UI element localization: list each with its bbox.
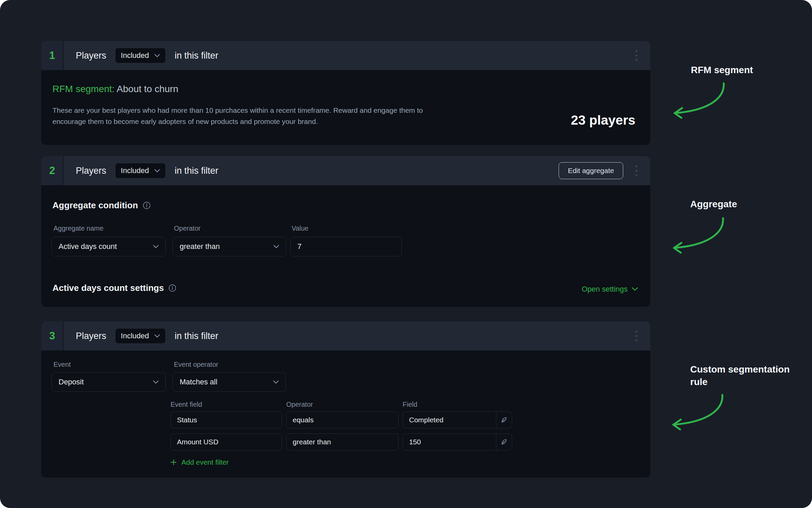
kebab-menu-icon[interactable] bbox=[633, 329, 640, 343]
annotation-custom-rule: Custom segmentation rule bbox=[690, 363, 792, 388]
curved-arrow-icon bbox=[667, 392, 725, 431]
filter-card-2-header: 2 Players Included in this filter Edit a… bbox=[41, 156, 650, 185]
edit-pen-icon[interactable] bbox=[496, 434, 512, 450]
included-dropdown[interactable]: Included bbox=[115, 163, 166, 178]
chevron-down-icon bbox=[154, 334, 160, 338]
edit-pen-icon[interactable] bbox=[496, 412, 512, 428]
event-value: Deposit bbox=[59, 378, 84, 386]
curved-arrow-icon bbox=[668, 215, 726, 254]
event-field-input[interactable]: Status bbox=[171, 411, 282, 428]
filter-number-badge: 3 bbox=[41, 321, 64, 351]
add-event-filter-button[interactable]: Add event filter bbox=[171, 458, 229, 466]
event-field-value: Status bbox=[177, 416, 197, 424]
field-column-label: Field bbox=[403, 401, 417, 408]
filter-card-2: 2 Players Included in this filter Edit a… bbox=[41, 156, 650, 307]
included-dropdown-value: Included bbox=[121, 166, 149, 175]
aggregate-name-value: Active days count bbox=[59, 242, 117, 251]
rfm-segment-value: About to churn bbox=[117, 84, 178, 94]
aggregate-condition-title-text: Aggregate condition bbox=[52, 200, 138, 211]
included-dropdown-value: Included bbox=[121, 51, 149, 60]
filter-number-badge: 1 bbox=[41, 41, 64, 70]
row-field-input[interactable]: 150 bbox=[403, 433, 512, 450]
operator-column-label: Operator bbox=[286, 401, 313, 408]
filter-card-1-header: 1 Players Included in this filter bbox=[41, 41, 650, 70]
players-label: Players bbox=[76, 166, 106, 176]
value-input-text: 7 bbox=[297, 242, 301, 251]
kebab-menu-icon[interactable] bbox=[633, 48, 640, 63]
players-label: Players bbox=[76, 50, 106, 61]
settings-title: Active days count settings bbox=[52, 283, 176, 293]
filter-number-badge: 2 bbox=[41, 156, 64, 185]
row-operator-value: equals bbox=[293, 416, 314, 424]
included-dropdown-value: Included bbox=[121, 332, 149, 340]
operator-label: Operator bbox=[174, 225, 201, 232]
edit-aggregate-button[interactable]: Edit aggregate bbox=[559, 162, 623, 179]
value-input[interactable]: 7 bbox=[290, 237, 402, 256]
chevron-down-icon bbox=[153, 245, 159, 249]
event-field-column-label: Event field bbox=[171, 401, 202, 408]
filter-card-1-body: RFM segment: About to churn These are yo… bbox=[41, 70, 650, 145]
aggregate-name-dropdown[interactable]: Active days count bbox=[51, 237, 166, 256]
plus-icon bbox=[171, 459, 177, 465]
row-operator-value: greater than bbox=[293, 438, 331, 446]
operator-dropdown[interactable]: greater than bbox=[173, 237, 286, 256]
event-dropdown[interactable]: Deposit bbox=[51, 372, 166, 392]
settings-title-text: Active days count settings bbox=[52, 283, 164, 293]
in-this-filter-label: in this filter bbox=[175, 166, 218, 176]
players-count: 23 players bbox=[571, 113, 635, 128]
chevron-down-icon bbox=[154, 54, 160, 58]
filter-card-2-body: Aggregate condition Aggregate name Opera… bbox=[41, 185, 650, 307]
chevron-down-icon bbox=[632, 287, 638, 291]
kebab-menu-icon[interactable] bbox=[633, 163, 640, 178]
filter-card-1: 1 Players Included in this filter RFM se… bbox=[41, 41, 650, 145]
curved-arrow-icon bbox=[669, 81, 727, 119]
rfm-segment-label: RFM segment: bbox=[52, 84, 115, 94]
event-operator-value: Matches all bbox=[180, 378, 217, 386]
event-field-value: Amount USD bbox=[177, 438, 219, 446]
segment-description: These are your best players who had more… bbox=[52, 105, 430, 127]
annotation-aggregate: Aggregate bbox=[690, 198, 737, 210]
annotation-rfm-segment: RFM segment bbox=[691, 64, 753, 76]
chevron-down-icon bbox=[153, 380, 159, 384]
event-operator-label: Event operator bbox=[174, 361, 218, 368]
event-operator-dropdown[interactable]: Matches all bbox=[173, 372, 286, 392]
segmentation-page: 1 Players Included in this filter RFM se… bbox=[0, 0, 812, 508]
event-label: Event bbox=[53, 361, 71, 368]
chevron-down-icon bbox=[273, 380, 279, 384]
rfm-segment-line: RFM segment: About to churn bbox=[52, 84, 178, 94]
filter-card-3: 3 Players Included in this filter Event … bbox=[41, 321, 650, 478]
open-settings-link[interactable]: Open settings bbox=[582, 285, 638, 294]
included-dropdown[interactable]: Included bbox=[115, 48, 166, 63]
operator-value: greater than bbox=[180, 242, 220, 251]
row-operator-input[interactable]: greater than bbox=[286, 433, 399, 450]
chevron-down-icon bbox=[154, 169, 160, 173]
filter-number: 1 bbox=[49, 49, 55, 62]
value-label: Value bbox=[292, 225, 309, 232]
in-this-filter-label: in this filter bbox=[175, 50, 218, 61]
chevron-down-icon bbox=[273, 245, 279, 249]
players-label: Players bbox=[76, 331, 106, 341]
in-this-filter-label: in this filter bbox=[175, 331, 218, 341]
filter-number: 2 bbox=[49, 165, 55, 177]
open-settings-text: Open settings bbox=[582, 285, 628, 294]
filter-card-3-body: Event Event operator Deposit Matches all… bbox=[41, 351, 650, 478]
add-event-filter-label: Add event filter bbox=[181, 458, 229, 466]
included-dropdown[interactable]: Included bbox=[115, 328, 166, 344]
aggregate-condition-title: Aggregate condition bbox=[52, 200, 151, 211]
info-icon[interactable] bbox=[168, 284, 176, 292]
aggregate-name-label: Aggregate name bbox=[53, 225, 104, 232]
filter-number: 3 bbox=[49, 330, 55, 342]
row-field-value: Completed bbox=[403, 416, 496, 424]
info-icon[interactable] bbox=[143, 202, 151, 209]
row-operator-input[interactable]: equals bbox=[286, 411, 399, 428]
event-field-input[interactable]: Amount USD bbox=[171, 433, 282, 450]
filter-card-3-header: 3 Players Included in this filter bbox=[41, 321, 650, 351]
row-field-value: 150 bbox=[403, 438, 496, 446]
row-field-input[interactable]: Completed bbox=[403, 411, 512, 428]
